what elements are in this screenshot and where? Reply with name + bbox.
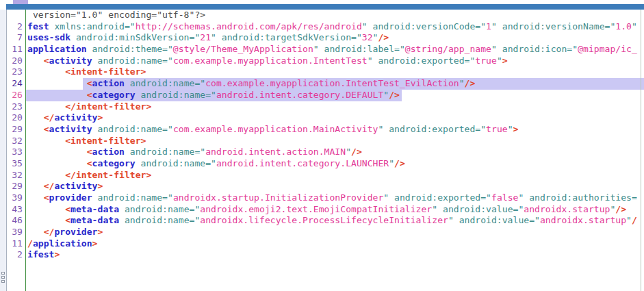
line-number: 32 [7, 170, 25, 181]
code-line[interactable]: <action android:name="android.intent.act… [27, 147, 644, 158]
line-number: 35 [7, 158, 25, 170]
code-line[interactable]: </activity> [27, 112, 644, 124]
code-line-text: <category android:name="android.intent.c… [27, 158, 405, 168]
code-line-text: ifest> [27, 249, 60, 260]
code-line-text: <activity android:name="com.example.myap… [27, 55, 508, 66]
code-line-text: /application> [27, 238, 98, 249]
code-line[interactable]: <activity android:name="com.example.myap… [27, 55, 644, 67]
code-line-text: </intent-filter> [27, 170, 151, 180]
line-number: 11 [7, 44, 25, 55]
line-number: 23 [7, 101, 25, 113]
code-line[interactable]: <meta-data android:name="androidx.emoji2… [27, 204, 644, 216]
code-line-text: <meta-data android:name="androidx.emoji2… [27, 204, 626, 214]
line-number: 20 [7, 55, 25, 67]
code-line-text: <intent-filter> [27, 136, 146, 146]
grip-dot [1, 272, 5, 275]
line-number: 46 [7, 215, 25, 227]
line-number: 29 [7, 124, 25, 136]
right-margin-line [641, 10, 641, 291]
code-line-text: application android:theme="@style/Theme_… [27, 44, 637, 54]
code-line[interactable]: <intent-filter> [27, 66, 644, 78]
code-line[interactable]: application android:theme="@style/Theme_… [27, 44, 644, 55]
code-line[interactable]: </intent-filter> [27, 170, 644, 181]
code-line[interactable]: <action android:name="com.example.myappl… [27, 78, 644, 90]
line-number: 20 [7, 112, 25, 124]
code-line-text: </provider> [27, 227, 103, 237]
left-scrollbar[interactable] [0, 10, 7, 291]
xml-editor-pane: 271120232426232029323335322939434639112 … [0, 0, 644, 291]
code-line-text: <category android:name="android.intent.c… [27, 90, 400, 100]
line-number: 33 [7, 147, 25, 158]
code-line-text: <meta-data android:name="androidx.lifecy… [27, 215, 637, 225]
code-line[interactable]: <provider android:name="androidx.startup… [27, 192, 644, 204]
pane-top-border [6, 4, 644, 10]
code-line[interactable]: /application> [27, 238, 644, 250]
line-number: 7 [7, 32, 25, 44]
grip-dot [1, 280, 5, 283]
code-line[interactable]: fest xmlns:android="http://schemas.andro… [27, 21, 644, 33]
code-line[interactable]: <category android:name="android.intent.c… [27, 158, 644, 170]
line-number: 29 [7, 181, 25, 192]
code-line[interactable]: </intent-filter> [27, 101, 644, 113]
code-line-text: </activity> [27, 181, 103, 191]
code-line[interactable]: <intent-filter> [27, 136, 644, 147]
code-line-text: version="1.0" encoding="utf-8"?> [27, 10, 205, 20]
code-line-text: fest xmlns:android="http://schemas.andro… [27, 21, 637, 31]
code-line-text: <intent-filter> [27, 66, 146, 77]
line-number: 39 [7, 192, 25, 204]
code-line[interactable]: </activity> [27, 181, 644, 192]
line-number-gutter: 271120232426232029323335322939434639112 [7, 10, 26, 291]
code-line-text: </intent-filter> [27, 101, 151, 112]
code-line-text: uses-sdk android:minSdkVersion="21" andr… [27, 32, 389, 42]
grip-dot [1, 276, 5, 279]
scrollbar-grip[interactable] [0, 270, 6, 284]
code-line-text: <activity android:name="com.example.myap… [27, 124, 518, 134]
code-line[interactable]: <activity android:name="com.example.myap… [27, 124, 644, 136]
code-line-text: </activity> [27, 112, 103, 123]
line-number: 43 [7, 204, 25, 216]
code-line-text: <action android:name="android.intent.act… [27, 147, 362, 157]
code-line-text: <action android:name="com.example.myappl… [27, 78, 475, 88]
code-line[interactable]: </provider> [27, 227, 644, 238]
line-number: 2 [7, 249, 25, 261]
code-line[interactable]: <category android:name="android.intent.c… [27, 90, 644, 101]
code-line[interactable]: ifest> [27, 249, 644, 261]
code-line[interactable]: version="1.0" encoding="utf-8"?> [27, 10, 644, 21]
line-number: 2 [7, 21, 25, 33]
line-number: 39 [7, 227, 25, 238]
line-number: 32 [7, 136, 25, 147]
line-number [7, 10, 25, 21]
code-line-text: <provider android:name="androidx.startup… [27, 192, 637, 203]
line-number: 11 [7, 238, 25, 250]
code-line[interactable]: <meta-data android:name="androidx.lifecy… [27, 215, 644, 227]
code-area[interactable]: version="1.0" encoding="utf-8"?>fest xml… [26, 10, 644, 291]
selection-highlight: <category android:name="android.intent.c… [26, 90, 402, 101]
line-number: 26 [7, 90, 25, 101]
line-number: 24 [7, 78, 25, 90]
code-line[interactable]: uses-sdk android:minSdkVersion="21" andr… [27, 32, 644, 44]
line-number: 23 [7, 66, 25, 78]
